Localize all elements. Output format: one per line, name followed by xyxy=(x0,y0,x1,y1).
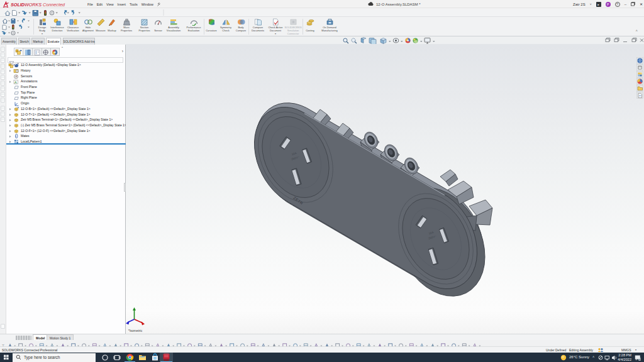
svg-text:1: 1 xyxy=(639,358,641,361)
svg-text:SOLIDWORKS Connected: SOLIDWORKS Connected xyxy=(11,1,65,7)
svg-text:A: A xyxy=(14,80,17,84)
